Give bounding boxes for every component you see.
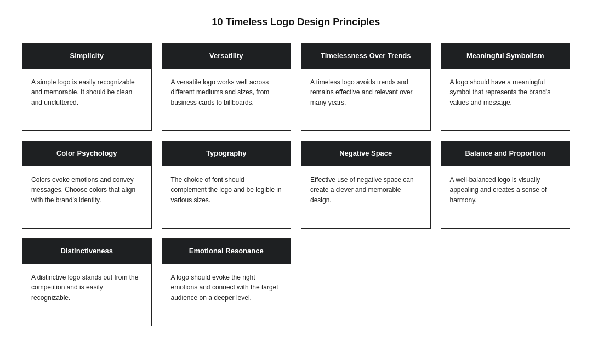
card-body-timelessness: A timeless logo avoids trends and remain… [301,69,430,130]
card-body-color-psychology: Colors evoke emotions and convey message… [22,166,151,228]
page-title: 10 Timeless Logo Design Principles [22,16,570,28]
card-body-meaningful-symbolism: A logo should have a meaningful symbol t… [441,69,570,130]
card-header-balance-proportion: Balance and Proportion [441,141,570,166]
card-color-psychology: Color PsychologyColors evoke emotions an… [22,141,152,229]
card-negative-space: Negative SpaceEffective use of negative … [301,141,431,229]
card-header-timelessness: Timelessness Over Trends [301,44,430,69]
card-body-balance-proportion: A well-balanced logo is visually appeali… [441,166,570,228]
card-body-typography: The choice of font should complement the… [162,166,291,228]
card-body-simplicity: A simple logo is easily recognizable and… [22,69,151,130]
card-balance-proportion: Balance and ProportionA well-balanced lo… [441,141,571,229]
card-body-distinctiveness: A distinctive logo stands out from the c… [22,264,151,326]
card-row-1: SimplicityA simple logo is easily recogn… [22,43,570,131]
card-header-emotional-resonance: Emotional Resonance [162,239,291,264]
card-row-3: DistinctivenessA distinctive logo stands… [22,238,570,326]
card-typography: TypographyThe choice of font should comp… [162,141,292,229]
card-emotional-resonance: Emotional ResonanceA logo should evoke t… [162,238,292,326]
card-header-distinctiveness: Distinctiveness [22,239,151,264]
card-header-versatility: Versatility [162,44,291,69]
card-header-color-psychology: Color Psychology [22,141,151,166]
card-row-2: Color PsychologyColors evoke emotions an… [22,141,570,229]
card-header-meaningful-symbolism: Meaningful Symbolism [441,44,570,69]
card-header-negative-space: Negative Space [301,141,430,166]
card-versatility: VersatilityA versatile logo works well a… [162,43,292,131]
card-meaningful-symbolism: Meaningful SymbolismA logo should have a… [441,43,571,131]
card-simplicity: SimplicityA simple logo is easily recogn… [22,43,152,131]
card-body-emotional-resonance: A logo should evoke the right emotions a… [162,264,291,326]
card-body-negative-space: Effective use of negative space can crea… [301,166,430,228]
card-header-simplicity: Simplicity [22,44,151,69]
card-header-typography: Typography [162,141,291,166]
card-timelessness: Timelessness Over TrendsA timeless logo … [301,43,431,131]
card-body-versatility: A versatile logo works well across diffe… [162,69,291,130]
card-distinctiveness: DistinctivenessA distinctive logo stands… [22,238,152,326]
